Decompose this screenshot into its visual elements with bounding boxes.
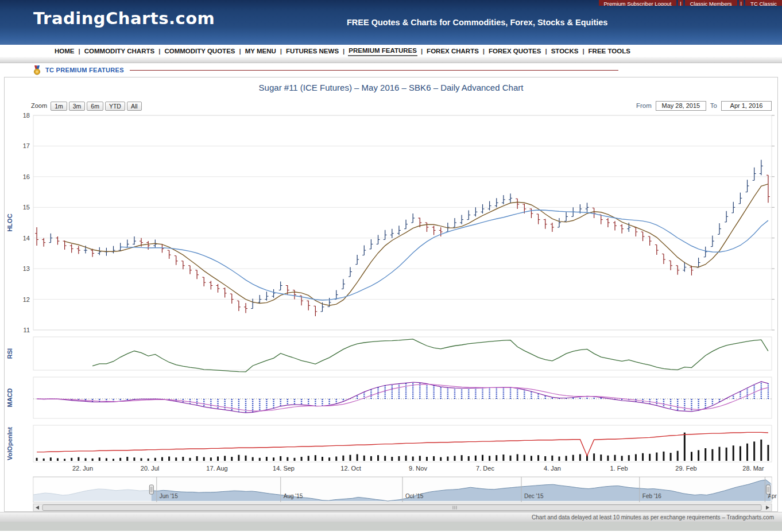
navigator-date-label: Feb '16	[642, 493, 661, 499]
date-range-group: From To	[632, 101, 772, 111]
svg-text:12: 12	[23, 296, 30, 303]
ma-fast-line	[65, 184, 768, 306]
zoom-button-1m[interactable]: 1m	[51, 102, 67, 111]
macd-signal-line	[37, 384, 768, 411]
topbar-separator: |	[739, 0, 744, 6]
nav-separator: |	[79, 48, 80, 55]
svg-text:16: 16	[23, 173, 30, 180]
nav-divider-strip	[0, 57, 782, 63]
panel-label-macd: MACD	[6, 388, 13, 407]
hloc-grid: 1817161514131211	[23, 113, 775, 333]
panel-label-volopenint: VolOpenInt	[6, 427, 13, 460]
svg-text:18: 18	[23, 113, 30, 119]
svg-text:22. Jun: 22. Jun	[72, 465, 93, 472]
macd-histogram	[37, 382, 768, 413]
medal-icon	[33, 65, 41, 75]
svg-text:15: 15	[23, 204, 30, 211]
svg-text:29. Feb: 29. Feb	[675, 465, 696, 472]
to-date-input[interactable]	[721, 101, 772, 111]
site-logo[interactable]: TradingCharts.com	[33, 9, 215, 28]
rsi-line	[92, 339, 768, 372]
navigator-date-label: Jun '15	[160, 493, 178, 499]
nav-item-free-tools[interactable]: FREE TOOLS	[588, 46, 631, 56]
premium-subnav: TC PREMIUM FEATURES	[0, 63, 782, 77]
from-label: From	[636, 102, 652, 109]
macd-line	[37, 382, 768, 413]
zoom-button-all[interactable]: All	[127, 102, 142, 111]
nav-item-forex-quotes[interactable]: FOREX QUOTES	[488, 46, 541, 56]
chart-title: Sugar #11 (ICE Futures) – May 2016 – SBK…	[5, 83, 777, 92]
svg-text:13: 13	[23, 265, 30, 272]
svg-text:12. Oct: 12. Oct	[340, 465, 361, 472]
open-interest-line	[37, 432, 768, 456]
nav-separator: |	[280, 48, 282, 55]
navigator-unselected-right	[771, 477, 772, 502]
nav-separator: |	[582, 48, 584, 55]
panel-label-rsi: RSI	[6, 348, 13, 359]
navigator-unselected-region	[33, 477, 152, 502]
svg-text:7. Dec: 7. Dec	[476, 465, 494, 472]
navigator-date-label: Oct '15	[405, 493, 424, 499]
to-label: To	[710, 102, 717, 109]
nav-separator: |	[343, 48, 344, 55]
navigator-handle-right[interactable]	[766, 485, 771, 494]
chart-card: Sugar #11 (ICE Futures) – May 2016 – SBK…	[4, 77, 778, 512]
topbar-link-classic-members[interactable]: Classic Members	[685, 0, 737, 6]
nav-separator: |	[545, 48, 547, 55]
site-header: Premium Subscriber Logout|Classic Member…	[0, 0, 782, 45]
svg-text:28. Mar: 28. Mar	[742, 465, 764, 472]
nav-item-home[interactable]: HOME	[54, 46, 75, 56]
red-divider-line	[130, 70, 618, 71]
zoom-button-3m[interactable]: 3m	[69, 102, 86, 111]
nav-item-premium-features[interactable]: PREMIUM FEATURES	[348, 46, 417, 56]
nav-item-futures-news[interactable]: FUTURES NEWS	[285, 46, 339, 56]
zoom-label: Zoom	[31, 102, 47, 109]
header-tagline: FREE Quotes & Charts for Commodities, Fo…	[347, 18, 607, 27]
advanced-chart[interactable]: 181716151413121122. Jun20. Jul17. Aug14.…	[5, 113, 777, 512]
zoom-button-ytd[interactable]: YTD	[105, 102, 125, 111]
navigator-date-label: Aug '15	[284, 493, 303, 499]
panel-label-hloc: HLOC	[6, 213, 13, 231]
svg-text:4. Jan: 4. Jan	[544, 465, 561, 472]
topbar-links: Premium Subscriber Logout|Classic Member…	[599, 0, 782, 6]
svg-text:11: 11	[24, 327, 30, 333]
nav-item-my-menu[interactable]: MY MENU	[245, 46, 277, 56]
from-date-input[interactable]	[656, 101, 706, 111]
scrollbar-thumb[interactable]	[42, 505, 761, 511]
nav-separator: |	[158, 48, 160, 55]
premium-features-label[interactable]: TC PREMIUM FEATURES	[45, 67, 124, 73]
svg-text:9. Nov: 9. Nov	[409, 465, 427, 472]
svg-text:14: 14	[23, 235, 30, 242]
zoom-group: Zoom 1m3m6mYTDAll	[31, 100, 144, 111]
chart-controls: Zoom 1m3m6mYTDAll From To	[31, 99, 772, 112]
zoom-buttons: 1m3m6mYTDAll	[51, 100, 143, 111]
footer-disclaimer: Chart and data delayed at least 10 minut…	[0, 512, 782, 522]
zoom-button-6m[interactable]: 6m	[87, 102, 103, 111]
nav-item-forex-charts[interactable]: FOREX CHARTS	[426, 46, 479, 56]
topbar-separator: |	[678, 0, 683, 6]
navigator-handle-left[interactable]	[149, 485, 153, 494]
svg-text:14. Sep: 14. Sep	[273, 465, 295, 472]
svg-text:1. Feb: 1. Feb	[610, 465, 628, 472]
navigator-date-label: Dec '15	[524, 493, 544, 499]
main-nav: HOME|COMMODITY CHARTS|COMMODITY QUOTES|M…	[0, 45, 782, 57]
nav-item-commodity-charts[interactable]: COMMODITY CHARTS	[84, 46, 155, 56]
nav-separator: |	[421, 48, 423, 55]
topbar-link-premium-subscriber-logout[interactable]: Premium Subscriber Logout	[599, 0, 677, 6]
x-axis-labels: 22. Jun20. Jul17. Aug14. Sep12. Oct9. No…	[72, 465, 764, 472]
svg-text:20. Jul: 20. Jul	[141, 465, 159, 472]
nav-item-stocks[interactable]: STOCKS	[551, 46, 579, 56]
topbar-link-tc-classic[interactable]: TC Classic	[745, 0, 782, 6]
nav-item-commodity-quotes[interactable]: COMMODITY QUOTES	[164, 46, 235, 56]
bottom-band	[0, 522, 782, 531]
nav-separator: |	[483, 48, 485, 55]
svg-text:17: 17	[23, 142, 30, 149]
svg-text:17. Aug: 17. Aug	[206, 465, 227, 472]
nav-separator: |	[239, 48, 241, 55]
